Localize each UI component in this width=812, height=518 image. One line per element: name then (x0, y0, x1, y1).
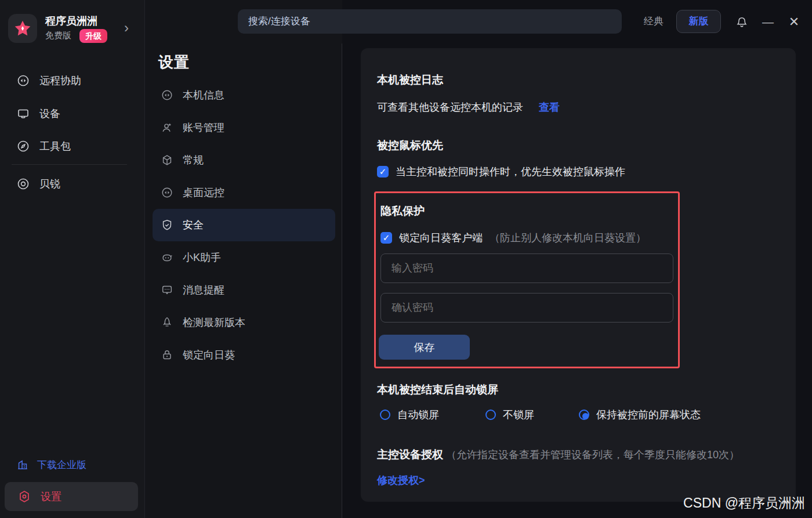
lockscreen-options: 自动锁屏 不锁屏 保持被控前的屏幕状态 (377, 408, 783, 425)
radio-icon[interactable] (485, 410, 496, 420)
bell-icon[interactable] (733, 13, 751, 31)
avatar-star-icon (13, 19, 32, 38)
nav-item-lock-sunflower[interactable]: 锁定向日葵 (153, 339, 335, 371)
nav-item-desktop-remote[interactable]: 桌面远控 (153, 176, 335, 209)
nav-item-label: 账号管理 (183, 121, 224, 135)
upgrade-badge[interactable]: 升级 (79, 29, 107, 43)
lock-client-checkbox[interactable]: ✓ (380, 232, 392, 244)
nav-item-message-notice[interactable]: 消息提醒 (153, 274, 335, 306)
nav-item-label: 检测最新版本 (183, 316, 245, 329)
lock-client-label: 锁定向日葵客户端 (399, 231, 483, 245)
radio-label: 保持被控前的屏幕状态 (596, 408, 701, 422)
sidebar-item-toolkit[interactable]: 工具包 (16, 138, 71, 154)
nav-item-label: 消息提醒 (183, 283, 224, 297)
shield-check-icon (161, 219, 173, 231)
robot-icon (161, 251, 173, 264)
radio-no-lock[interactable]: 不锁屏 (485, 408, 534, 422)
settings-nav-list: 本机信息 账号管理 常规 桌面远控 安全 (153, 79, 335, 371)
column-divider (342, 44, 342, 518)
lock-client-row: ✓ 锁定向日葵客户端 （防止别人修改本机向日葵设置） (380, 231, 646, 245)
nav-item-label: 桌面远控 (183, 186, 224, 200)
controlled-log-row: 可查看其他设备远控本机的记录 查看 (377, 100, 560, 114)
nav-item-security[interactable]: 安全 (153, 209, 335, 241)
nav-item-label: 小K助手 (183, 251, 221, 265)
nav-item-label: 常规 (183, 153, 204, 167)
sidebar-item-label: 远程协助 (39, 74, 81, 88)
settings-label: 设置 (41, 490, 61, 503)
oray-icon (16, 177, 30, 191)
nav-item-label: 安全 (183, 218, 204, 232)
tab-classic[interactable]: 经典 (637, 10, 670, 33)
sidebar-item-oray[interactable]: 贝锐 (16, 176, 60, 192)
mouse-priority-checkbox[interactable]: ✓ (377, 166, 389, 178)
nav-item-check-version[interactable]: 检测最新版本 (153, 306, 335, 339)
radio-label: 自动锁屏 (397, 408, 439, 422)
user-plan: 免费版 (45, 30, 71, 41)
radio-keep-state[interactable]: 保持被控前的屏幕状态 (579, 408, 701, 422)
sidebar-divider (12, 164, 127, 165)
modify-authorization-link[interactable]: 修改授权> (377, 473, 425, 487)
minimize-button[interactable]: — (759, 13, 777, 31)
sidebar-item-settings[interactable]: 设置 (5, 482, 138, 511)
download-enterprise-label: 下载企业版 (37, 458, 86, 472)
devices-icon (16, 107, 30, 121)
password-input[interactable] (380, 253, 673, 283)
section-title-auto-lockscreen: 本机被控结束后自动锁屏 (377, 382, 498, 397)
radio-label: 不锁屏 (503, 408, 534, 422)
nav-item-label: 锁定向日葵 (183, 348, 235, 362)
radio-icon[interactable] (380, 410, 390, 420)
mouse-priority-label: 当主控和被控同时操作时，优先生效被控鼠标操作 (396, 165, 625, 179)
person-plus-icon (161, 121, 173, 134)
confirm-password-input[interactable] (380, 293, 673, 323)
building-icon (16, 458, 29, 471)
lock-client-hint: （防止别人修改本机向日葵设置） (490, 231, 646, 245)
section-title-controlled-mouse: 被控鼠标优先 (377, 138, 443, 153)
circle-play-icon (161, 186, 173, 199)
toolkit-icon (16, 139, 30, 153)
sidebar-item-remote-assist[interactable]: 远程协助 (16, 73, 81, 89)
save-button[interactable]: 保存 (379, 335, 470, 360)
nav-item-general[interactable]: 常规 (153, 144, 335, 176)
chevron-right-icon[interactable]: › (124, 20, 129, 36)
hex-gear-icon (17, 490, 31, 503)
sidebar-item-label: 设备 (39, 107, 60, 121)
section-title-controlled-log: 本机被控日志 (377, 73, 443, 88)
user-name: 程序员洲洲 (45, 14, 97, 28)
lock-icon (161, 349, 173, 361)
authorize-row: 主控设备授权 （允许指定设备查看并管理设备列表，每个季度只能修改10次） (377, 447, 740, 462)
chat-dots-icon (161, 284, 173, 296)
privacy-highlight-box: 隐私保护 ✓ 锁定向日葵客户端 （防止别人修改本机向日葵设置） 保存 (374, 191, 680, 368)
nav-item-machine-info[interactable]: 本机信息 (153, 79, 335, 111)
close-button[interactable]: ✕ (785, 13, 803, 31)
sidebar-item-devices[interactable]: 设备 (16, 106, 60, 122)
mouse-priority-row: ✓ 当主控和被控同时操作时，优先生效被控鼠标操作 (377, 165, 625, 179)
section-title-authorize: 主控设备授权 (377, 448, 443, 461)
sidebar-item-label: 贝锐 (39, 177, 60, 191)
circle-play-icon (161, 89, 173, 102)
tab-new[interactable]: 新版 (676, 10, 721, 33)
avatar (8, 14, 37, 43)
rocket-icon (161, 316, 173, 329)
watermark: CSDN @程序员洲洲 (683, 494, 805, 512)
radio-selected-icon[interactable] (579, 410, 589, 420)
radio-auto-lock[interactable]: 自动锁屏 (380, 408, 439, 422)
search-input[interactable] (238, 9, 622, 34)
authorize-hint: （允许指定设备查看并管理设备列表，每个季度只能修改10次） (446, 449, 740, 461)
left-sidebar: 程序员洲洲 免费版 升级 › 远程协助 设备 工具包 (0, 0, 145, 518)
security-settings-panel: 本机被控日志 可查看其他设备远控本机的记录 查看 被控鼠标优先 ✓ 当主控和被控… (361, 48, 796, 502)
nav-item-xiaok-assistant[interactable]: 小K助手 (153, 241, 335, 274)
settings-nav-title: 设置 (158, 52, 190, 73)
view-log-link[interactable]: 查看 (539, 102, 560, 113)
nav-item-account[interactable]: 账号管理 (153, 111, 335, 144)
nav-item-label: 本机信息 (183, 88, 224, 102)
user-profile[interactable]: 程序员洲洲 免费版 升级 › (8, 13, 138, 45)
sidebar-item-label: 工具包 (39, 139, 71, 153)
remote-assist-icon (16, 74, 30, 88)
section-title-privacy: 隐私保护 (380, 204, 425, 219)
download-enterprise-button[interactable]: 下载企业版 (16, 457, 86, 472)
cube-icon (161, 154, 173, 166)
controlled-log-desc: 可查看其他设备远控本机的记录 (377, 102, 523, 113)
